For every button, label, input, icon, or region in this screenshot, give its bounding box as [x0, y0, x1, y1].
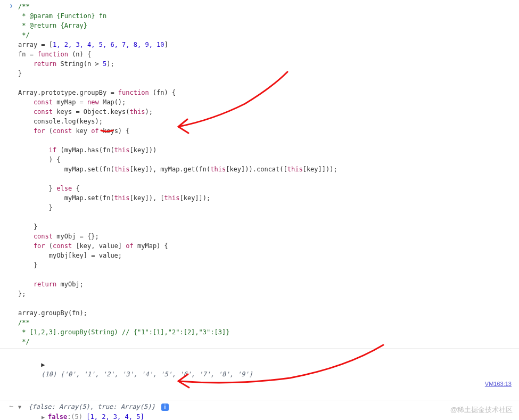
result-false[interactable]: ▶ false: (5) [1, 2, 3, 4, 5]	[42, 412, 519, 420]
info-icon[interactable]: i	[161, 403, 169, 411]
log-output-row[interactable]: ▶ (10) ['0', '1', '2', '3', '4', '5', '6…	[0, 348, 519, 399]
result-header[interactable]: {false: Array(5), true: Array(5)}	[28, 403, 155, 410]
result-tree: ▶ false: (5) [1, 2, 3, 4, 5] ▶ true: (5)…	[42, 412, 519, 420]
code-input[interactable]: /** * @param {Function} fn * @return {Ar…	[18, 2, 519, 347]
input-row[interactable]: ❯ /** * @param {Function} fn * @return {…	[0, 1, 519, 347]
watermark: @稀土掘金技术社区	[450, 405, 513, 415]
expand-icon[interactable]: ▶	[41, 361, 45, 368]
source-link[interactable]: VM163:13	[485, 379, 512, 389]
console-panel: ❯ /** * @param {Function} fn * @return {…	[0, 0, 519, 420]
output-chevron-icon: ⟵	[10, 403, 13, 409]
log-preview[interactable]: (10) ['0', '1', '2', '3', '4', '5', '6',…	[41, 370, 252, 378]
collapse-icon[interactable]: ▼	[18, 402, 24, 412]
expand-icon[interactable]: ▶	[42, 412, 48, 420]
input-chevron-icon: ❯	[10, 3, 13, 9]
result-row[interactable]: ⟵ ▼ {false: Array(5), true: Array(5)} i …	[0, 400, 519, 420]
